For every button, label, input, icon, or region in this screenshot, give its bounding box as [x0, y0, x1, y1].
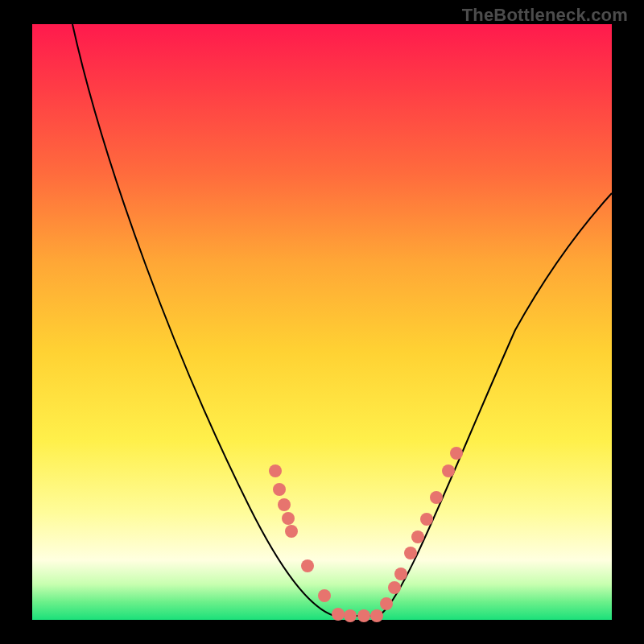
- data-point: [380, 597, 393, 610]
- data-point: [332, 608, 345, 621]
- data-point: [269, 464, 282, 477]
- data-point: [273, 483, 286, 496]
- data-point: [411, 530, 424, 543]
- bottleneck-curve: [72, 24, 612, 616]
- data-point: [344, 609, 357, 622]
- curve-layer: [32, 24, 612, 620]
- data-point: [430, 491, 443, 504]
- data-point: [404, 547, 417, 559]
- data-point: [450, 447, 463, 460]
- chart-frame: TheBottleneck.com: [0, 0, 644, 644]
- data-point: [442, 464, 455, 477]
- data-point: [285, 525, 298, 538]
- data-point: [370, 609, 383, 622]
- data-point: [420, 513, 433, 526]
- data-point: [278, 498, 291, 511]
- watermark-text: TheBottleneck.com: [462, 5, 628, 26]
- data-point: [388, 581, 401, 594]
- plot-area: [32, 24, 612, 620]
- data-point: [301, 559, 314, 572]
- data-point: [394, 568, 407, 580]
- data-point: [357, 609, 370, 622]
- data-point: [282, 512, 295, 525]
- data-point: [318, 589, 331, 602]
